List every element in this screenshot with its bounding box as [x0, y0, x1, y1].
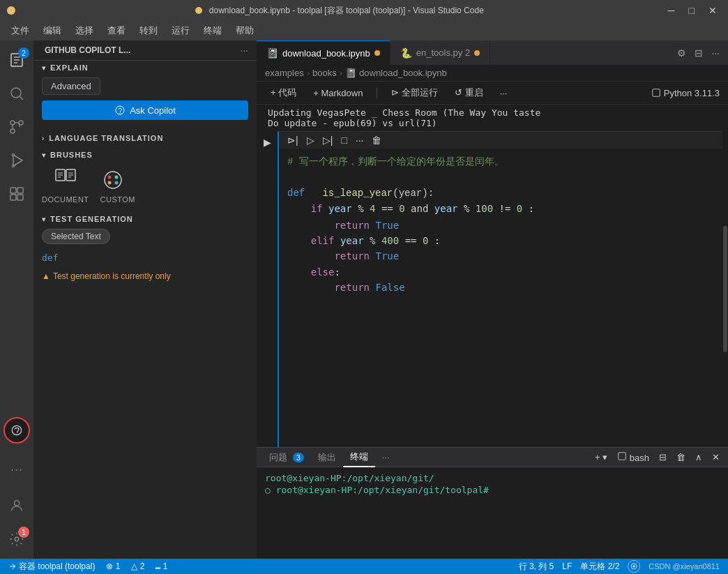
tab-notebook[interactable]: 📓 download_book.ipynb	[257, 40, 390, 65]
win-restore-btn[interactable]: □	[685, 3, 699, 17]
more-btn[interactable]: ···	[494, 86, 513, 100]
warnings-item[interactable]: △ 2	[128, 561, 147, 571]
activity-extensions[interactable]	[0, 177, 33, 211]
activity-run-debug[interactable]	[0, 144, 33, 177]
tab-py-dirty-indicator	[474, 50, 480, 56]
svg-point-4	[11, 88, 21, 98]
new-terminal-btn[interactable]: + ▾	[592, 451, 610, 464]
breadcrumb-file[interactable]: 📓	[345, 68, 356, 78]
encoding-item[interactable]: LF	[559, 561, 575, 571]
remote-item[interactable]: ⑉ 1	[153, 561, 170, 571]
exec-below-btn[interactable]: ▷|	[320, 133, 336, 147]
tab-output[interactable]: 输出	[311, 448, 343, 467]
more-actions-btn[interactable]: ···	[708, 46, 722, 60]
vertical-scrollbar[interactable]	[722, 131, 728, 447]
tab-dirty-indicator	[374, 50, 380, 56]
document-brush-item[interactable]: DOCUMENT	[42, 167, 89, 204]
exec-above-btn[interactable]: ⊳|	[285, 133, 301, 147]
activity-source-control[interactable]	[0, 110, 33, 144]
output-text-container: Updating VegasPete _ Chess Room (The Way…	[257, 105, 728, 131]
delete-cell-btn[interactable]: 🗑	[369, 133, 384, 147]
cell-more-btn[interactable]: ···	[353, 133, 367, 147]
lang-trans-header[interactable]: › LANGUAGE TRANSLATION	[33, 131, 257, 145]
svg-rect-35	[619, 453, 626, 460]
bash-label-btn[interactable]: bash	[614, 450, 652, 465]
breadcrumb-filename[interactable]: download_book.ipynb	[359, 68, 447, 78]
sidebar-more-btn[interactable]: ···	[237, 43, 251, 57]
menu-terminal[interactable]: 终端	[198, 23, 227, 38]
activity-account[interactable]	[0, 489, 33, 522]
win-close-btn[interactable]: ✕	[704, 3, 721, 17]
code-def-line: def is_leap_year(year):	[287, 186, 714, 201]
watermark-text: CSDN @xieyan0811	[649, 562, 720, 571]
activity-search[interactable]	[0, 77, 33, 110]
problems-badge: 3	[293, 453, 304, 462]
bash-icon	[617, 451, 627, 461]
bash-text: bash	[630, 453, 649, 463]
minimize-control[interactable]	[7, 6, 15, 15]
remote-container-item[interactable]: 容器 toolpal (toolpal)	[6, 561, 98, 573]
menu-goto[interactable]: 转到	[134, 23, 163, 38]
code-line-6: elif year % 400 == 0 :	[287, 233, 714, 248]
sidebar-title: GITHUB COPILOT L...	[39, 45, 234, 55]
add-cell-btn[interactable]: □	[338, 133, 349, 147]
svg-point-6	[10, 121, 15, 125]
copilot-status-item[interactable]	[625, 560, 643, 573]
menu-select[interactable]: 选择	[70, 23, 99, 38]
svg-point-18	[15, 537, 19, 541]
add-code-btn[interactable]: + 代码	[265, 84, 302, 101]
add-markdown-btn[interactable]: + Markdown	[308, 86, 368, 100]
python-version: Python 3.11.3	[664, 88, 720, 98]
activity-bar: 2 ··· 1	[0, 40, 33, 559]
activity-copilot[interactable]	[0, 414, 33, 447]
notebook-toolbar: + 代码 + Markdown ⊳ 全部运行 ↺ 重启 ··· Python 3…	[257, 82, 728, 105]
menu-view[interactable]: 查看	[102, 23, 131, 38]
run-all-btn[interactable]: ⊳ 全部运行	[386, 84, 443, 101]
delete-terminal-btn[interactable]: 🗑	[674, 451, 688, 464]
menu-help[interactable]: 帮助	[230, 23, 259, 38]
explain-section-header[interactable]: ▾ EXPLAIN	[33, 61, 257, 75]
selected-text-button[interactable]: Selected Text	[42, 229, 110, 244]
breadcrumb-books[interactable]: books	[312, 68, 337, 78]
svg-point-16	[16, 434, 17, 435]
tab-problems[interactable]: 问题 3	[262, 448, 311, 467]
code-editor[interactable]: # 写一个程序，判断一个给定的年份是否是闰年。 def is_leap_year…	[278, 149, 722, 447]
menu-run[interactable]: 运行	[166, 23, 195, 38]
settings-gear-btn[interactable]: ⚙	[674, 46, 689, 60]
win-minimize-btn[interactable]: ─	[664, 3, 679, 17]
activity-settings[interactable]: 1	[0, 522, 33, 556]
line-col-item[interactable]: 行 3, 列 5	[516, 561, 557, 573]
brush-grid: DOCUMENT CUSTOM	[42, 165, 248, 206]
split-terminal-btn[interactable]: ⊟	[656, 451, 669, 464]
custom-brush-item[interactable]: CUSTOM	[100, 167, 135, 204]
activity-dots[interactable]: ···	[0, 453, 33, 486]
tab-python[interactable]: 🐍 en_tools.py 2	[390, 40, 490, 65]
cell-run-button[interactable]: ▶	[264, 137, 271, 148]
brushes-header[interactable]: ▾ BRUSHES	[33, 148, 257, 162]
close-panel-btn[interactable]: ✕	[709, 451, 722, 464]
breadcrumb-examples[interactable]: examples	[265, 68, 304, 78]
remote-icon	[8, 562, 17, 571]
terminal-content[interactable]: root@xieyan-HP:/opt/xieyan/git/ ○ root@x…	[257, 467, 728, 559]
advanced-button[interactable]: Advanced	[42, 77, 100, 95]
errors-item[interactable]: ⊗ 1	[103, 561, 123, 571]
menu-edit[interactable]: 编辑	[38, 23, 67, 38]
activity-explorer[interactable]: 2	[0, 43, 33, 77]
warning-icon: ▲	[42, 271, 50, 281]
ask-copilot-button[interactable]: Ask Copilot	[42, 100, 248, 120]
svg-rect-12	[17, 188, 23, 193]
indent-item[interactable]: 单元格 2/2	[577, 561, 622, 573]
collapse-panel-btn[interactable]: ∧	[692, 451, 705, 464]
python-info[interactable]: Python 3.11.3	[651, 88, 720, 98]
tab-more[interactable]: ···	[375, 449, 397, 465]
test-gen-header[interactable]: ▾ TEST GENERATION	[33, 212, 257, 226]
tab-terminal[interactable]: 终端	[343, 448, 375, 467]
menu-file[interactable]: 文件	[6, 23, 35, 38]
kernel-icon	[651, 88, 661, 98]
tab-notebook-name: download_book.ipynb	[282, 48, 370, 59]
split-editor-btn[interactable]: ⊟	[692, 46, 706, 60]
restart-btn[interactable]: ↺ 重启	[449, 84, 489, 101]
run-cell-btn[interactable]: ▷	[304, 133, 317, 147]
line-col-text: 行 3, 列 5	[519, 561, 554, 573]
custom-palette-icon	[100, 167, 126, 192]
